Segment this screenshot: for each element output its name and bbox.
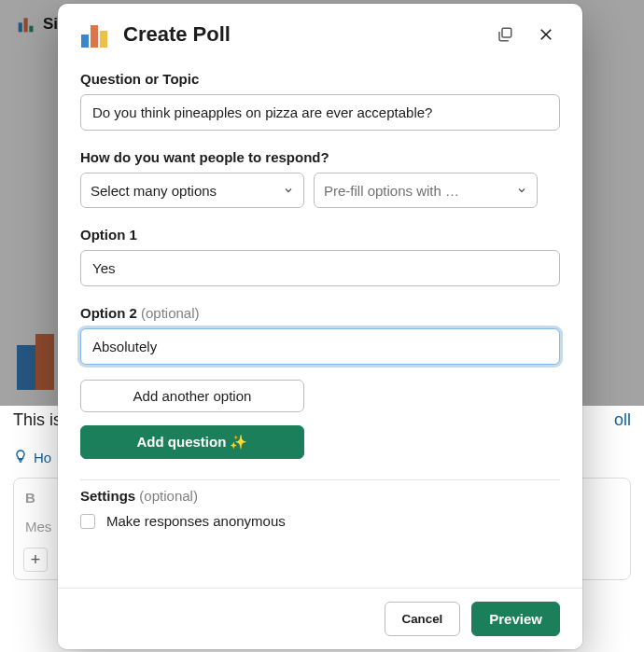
prefill-select[interactable]: Pre-fill options with … [314,173,538,208]
chevron-down-icon [283,183,294,199]
preview-button[interactable]: Preview [471,602,560,636]
svg-rect-4 [91,25,98,48]
open-new-window-button[interactable] [491,21,519,49]
cancel-button[interactable]: Cancel [385,602,461,636]
question-input[interactable] [80,94,560,131]
svg-rect-5 [100,31,107,48]
poll-app-icon [80,21,110,48]
lightbulb-icon [13,449,28,466]
anonymous-setting-row[interactable]: Make responses anonymous [80,513,560,529]
modal-header: Create Poll [58,4,582,62]
chevron-down-icon [516,183,527,199]
select-value: Pre-fill options with … [324,183,459,199]
section-divider [80,479,560,480]
respond-label: How do you want people to respond? [80,149,560,165]
settings-label: Settings (optional) [80,488,560,504]
close-button[interactable] [532,21,560,49]
create-poll-modal: Create Poll Question or Topic How do you… [58,4,582,649]
option-label: Option 2 (optional) [80,305,560,321]
svg-rect-6 [502,28,511,37]
composer-attach-button[interactable]: + [23,548,48,572]
modal-body: Question or Topic How do you want people… [58,62,582,588]
response-mode-select[interactable]: Select many options [80,173,304,208]
option-input-2[interactable] [80,328,560,365]
option-input-1[interactable] [80,250,560,286]
anonymous-checkbox[interactable] [80,514,95,529]
select-value: Select many options [91,183,217,199]
svg-rect-3 [81,35,89,48]
add-question-button[interactable]: Add question ✨ [80,425,304,459]
add-option-button[interactable]: Add another option [80,380,304,412]
modal-footer: Cancel Preview [58,588,582,649]
modal-title: Create Poll [123,22,478,47]
question-label: Question or Topic [80,71,560,87]
option-label: Option 1 [80,227,560,243]
anonymous-label: Make responses anonymous [106,513,286,529]
